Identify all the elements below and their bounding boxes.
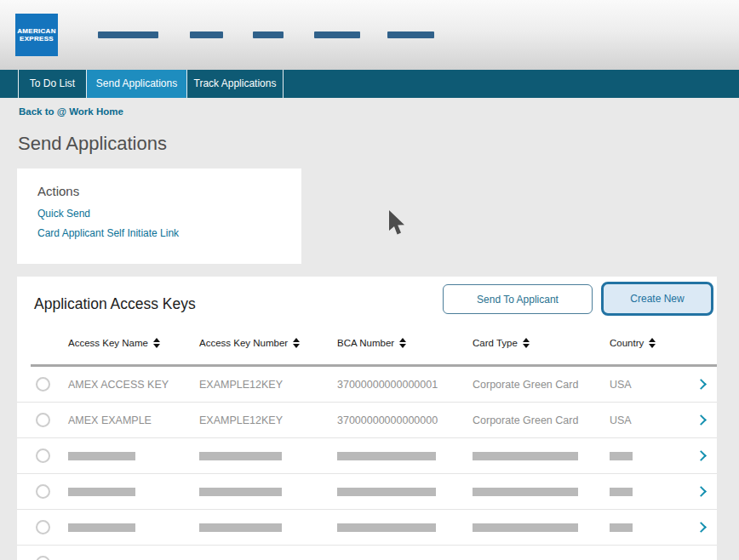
column-label: Access Key Number (199, 338, 288, 348)
send-to-applicant-button[interactable]: Send To Applicant (443, 284, 593, 314)
redacted-text-bar (610, 452, 633, 460)
column-label: Access Key Name (68, 338, 148, 348)
application-access-keys-panel: Application Access Keys Send To Applican… (17, 277, 717, 560)
column-header-access-key-name[interactable]: Access Key Name (68, 338, 160, 348)
table-row-placeholder[interactable] (17, 474, 717, 510)
cell-card-type: Corporate Green Card (473, 367, 578, 403)
table-row-placeholder[interactable] (17, 510, 717, 546)
column-header-card-type[interactable]: Card Type (473, 338, 530, 348)
cell-country: USA (610, 367, 632, 403)
redacted-text-bar (473, 488, 578, 496)
quick-send-link[interactable]: Quick Send (37, 208, 90, 220)
column-label: Card Type (473, 338, 518, 348)
sort-icon[interactable] (649, 338, 656, 348)
actions-panel-title: Actions (37, 184, 79, 198)
chevron-right-icon[interactable] (696, 450, 707, 461)
amex-logo-line1: AMERICAN (17, 27, 56, 35)
nav-placeholder-bar-3[interactable] (253, 31, 284, 38)
row-radio-button[interactable] (36, 449, 50, 463)
cell-bca-number: 37000000000000001 (337, 367, 438, 403)
redacted-text-bar (68, 452, 135, 460)
cell-access-key-number: EXAMPLE12KEY (199, 367, 283, 403)
table-body: AMEX ACCESS KEY EXAMPLE12KEY 37000000000… (17, 367, 717, 560)
redacted-text-bar (610, 523, 633, 532)
column-label: Country (610, 338, 644, 348)
app-window: AMERICAN EXPRESS To Do List Send Applica… (0, 0, 739, 560)
amex-logo[interactable]: AMERICAN EXPRESS (15, 14, 58, 56)
cell-bca-number: 37000000000000000 (337, 403, 438, 438)
nav-placeholder-bar-4[interactable] (314, 31, 360, 38)
cell-access-key-name: AMEX EXAMPLE (68, 403, 152, 438)
table-row[interactable]: AMEX EXAMPLE EXAMPLE12KEY 37000000000000… (17, 403, 717, 438)
row-radio-button[interactable] (36, 520, 50, 534)
table-row-placeholder-partial[interactable] (17, 546, 717, 560)
redacted-text-bar (473, 452, 578, 460)
column-header-country[interactable]: Country (610, 338, 656, 348)
redacted-text-bar (337, 523, 436, 532)
table-row[interactable]: AMEX ACCESS KEY EXAMPLE12KEY 37000000000… (17, 367, 717, 403)
row-radio-button[interactable] (36, 413, 50, 427)
sort-icon[interactable] (523, 338, 530, 348)
redacted-text-bar (199, 523, 282, 532)
chevron-right-icon[interactable] (696, 486, 707, 497)
tab-to-do-list[interactable]: To Do List (18, 70, 86, 98)
cell-card-type: Corporate Green Card (473, 403, 578, 438)
row-radio-button[interactable] (36, 377, 50, 391)
card-applicant-self-initiate-link[interactable]: Card Applicant Self Initiate Link (37, 227, 179, 239)
cell-access-key-number: EXAMPLE12KEY (199, 403, 283, 438)
sort-icon[interactable] (153, 338, 160, 348)
chevron-right-icon[interactable] (696, 522, 707, 533)
column-header-bca-number[interactable]: BCA Number (337, 338, 406, 348)
tab-track-applications[interactable]: Track Applications (186, 70, 284, 98)
sort-icon[interactable] (293, 338, 300, 348)
nav-placeholder-bar-2[interactable] (190, 31, 223, 38)
column-header-access-key-number[interactable]: Access Key Number (199, 338, 300, 348)
nav-placeholder-bar-1[interactable] (98, 31, 158, 38)
row-radio-button[interactable] (36, 556, 50, 560)
table-row-placeholder[interactable] (17, 438, 717, 474)
top-header: AMERICAN EXPRESS (0, 0, 739, 70)
tab-send-applications[interactable]: Send Applications (86, 70, 186, 98)
tab-bar-lead (0, 70, 18, 98)
column-label: BCA Number (337, 338, 394, 348)
table-title: Application Access Keys (34, 295, 196, 313)
cell-access-key-name: AMEX ACCESS KEY (68, 367, 169, 403)
row-radio-button[interactable] (36, 484, 50, 499)
redacted-text-bar (68, 523, 135, 532)
mouse-cursor-icon (387, 210, 408, 237)
cell-country: USA (610, 403, 632, 438)
redacted-text-bar (473, 523, 578, 532)
back-to-work-home-link[interactable]: Back to @ Work Home (19, 106, 123, 117)
tab-bar: To Do List Send Applications Track Appli… (0, 70, 739, 98)
redacted-text-bar (337, 452, 436, 460)
redacted-text-bar (610, 488, 633, 496)
page-title: Send Applications (18, 133, 167, 155)
redacted-text-bar (337, 488, 436, 496)
nav-placeholder-bar-5[interactable] (387, 31, 434, 38)
chevron-right-icon[interactable] (696, 379, 707, 390)
create-new-button[interactable]: Create New (601, 282, 713, 316)
redacted-text-bar (199, 488, 282, 496)
amex-logo-line2: EXPRESS (20, 35, 54, 43)
sort-icon[interactable] (399, 338, 406, 348)
redacted-text-bar (199, 452, 282, 460)
redacted-text-bar (68, 488, 135, 496)
chevron-right-icon[interactable] (696, 414, 707, 426)
actions-panel: Actions Quick Send Card Applicant Self I… (17, 169, 301, 264)
